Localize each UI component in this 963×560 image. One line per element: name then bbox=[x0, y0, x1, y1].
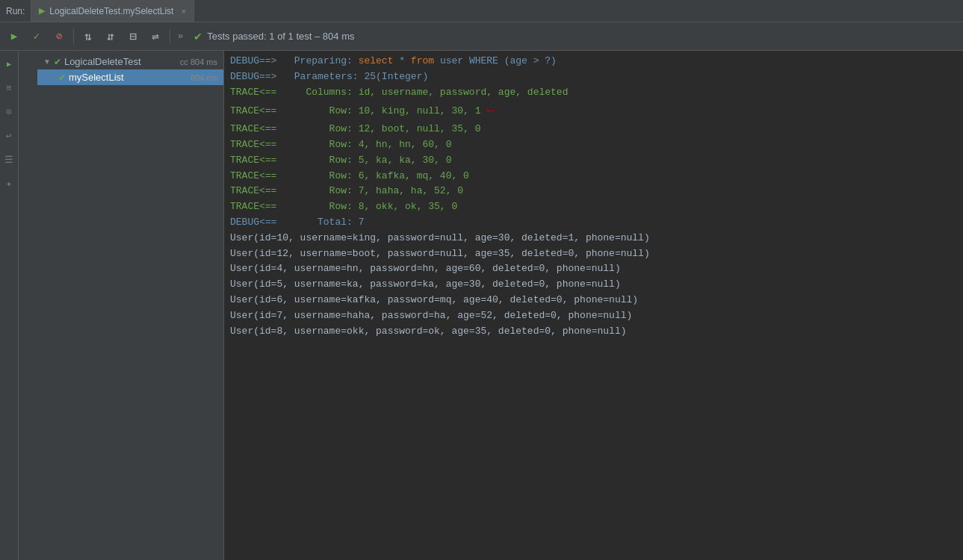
align-button[interactable]: ⊟ bbox=[123, 27, 143, 46]
toolbar-sep-1 bbox=[73, 29, 74, 44]
tree-expand-arrow: ▼ bbox=[43, 57, 51, 66]
tree-check-icon-child: ✔ bbox=[58, 72, 66, 83]
sidebar-icon-eye[interactable]: ⊙ bbox=[1, 105, 16, 119]
console-line-11: DEBUG<== Total: 7 bbox=[230, 215, 957, 231]
console-line-18: User(id=8, username=okk, password=ok, ag… bbox=[230, 324, 957, 340]
check-button[interactable]: ✓ bbox=[27, 27, 46, 46]
sort-asc-button[interactable]: ⇅ bbox=[78, 27, 98, 46]
sidebar-icon-star[interactable]: ✦ bbox=[1, 176, 16, 191]
test-status: ✔ Tests passed: 1 of 1 test – 804 ms bbox=[193, 31, 354, 43]
console-line-10: TRACE<== Row: 8, okk, ok, 35, 0 bbox=[230, 199, 957, 215]
tree-item-meta: cc 804 ms bbox=[180, 57, 217, 66]
red-arrow-annotation: ← bbox=[486, 100, 495, 122]
console-line-12: User(id=10, username=king, password=null… bbox=[230, 231, 957, 246]
tree-item-logicaldeletetest[interactable]: ▼ ✔ LogicalDeleteTest cc 804 ms bbox=[37, 54, 223, 69]
status-check-icon: ✔ bbox=[193, 31, 202, 43]
tab-title: LogicalDeleteTest.mySelectList bbox=[49, 6, 173, 16]
test-sidebar: ▶ ≡ ⊙ ↩ ☰ ✦ ▼ ✔ LogicalDeleteTest cc 804… bbox=[0, 51, 224, 560]
run-label: Run: bbox=[0, 0, 31, 22]
console-line-17: User(id=7, username=haha, password=ha, a… bbox=[230, 308, 957, 324]
console-line-4: TRACE<== Row: 10, king, null, 30, 1← bbox=[230, 100, 957, 122]
align2-button[interactable]: ⇌ bbox=[146, 27, 165, 46]
toolbar: ▶ ✓ ⊘ ⇅ ⇵ ⊟ ⇌ » ✔ Tests passed: 1 of 1 t… bbox=[0, 22, 963, 51]
more-button[interactable]: » bbox=[175, 31, 186, 42]
console-line-8: TRACE<== Row: 6, kafka, mq, 40, 0 bbox=[230, 169, 957, 184]
toolbar-sep-2 bbox=[170, 29, 170, 44]
console-line-16: User(id=6, username=kafka, password=mq, … bbox=[230, 293, 957, 308]
console-line-5: TRACE<== Row: 12, boot, null, 35, 0 bbox=[230, 122, 957, 137]
sidebar-icon-list[interactable]: ≡ bbox=[1, 81, 16, 96]
tree-item-label: LogicalDeleteTest bbox=[64, 56, 141, 67]
tree-child-label: mySelectList bbox=[69, 72, 124, 83]
console-line-15: User(id=5, username=ka, password=ka, age… bbox=[230, 277, 957, 293]
sort-desc-button[interactable]: ⇵ bbox=[101, 27, 120, 46]
sidebar-icon-back[interactable]: ↩ bbox=[1, 128, 16, 143]
console-line-9: TRACE<== Row: 7, haha, ha, 52, 0 bbox=[230, 184, 957, 199]
console-line-6: TRACE<== Row: 4, hn, hn, 60, 0 bbox=[230, 137, 957, 153]
tab-bar: Run: ▶ LogicalDeleteTest.mySelectList × bbox=[0, 0, 963, 22]
console-line-13: User(id=12, username=boot, password=null… bbox=[230, 246, 957, 262]
console-output[interactable]: DEBUG==> Preparing: select * from user W… bbox=[224, 51, 963, 560]
tree-child-meta: 804 ms bbox=[191, 73, 217, 82]
stop-button[interactable]: ⊘ bbox=[49, 27, 69, 46]
test-status-text: Tests passed: 1 of 1 test – 804 ms bbox=[207, 31, 354, 42]
tab-close-icon[interactable]: × bbox=[181, 7, 185, 16]
console-line-7: TRACE<== Row: 5, ka, ka, 30, 0 bbox=[230, 153, 957, 169]
tab-run-icon: ▶ bbox=[39, 6, 45, 16]
tree-check-icon: ✔ bbox=[54, 57, 61, 67]
sidebar-icon-run[interactable]: ▶ bbox=[1, 57, 16, 72]
console-line-3: TRACE<== Columns: id, username, password… bbox=[230, 85, 957, 101]
console-line-14: User(id=4, username=hn, password=hn, age… bbox=[230, 261, 957, 277]
console-line-1: DEBUG==> Preparing: select * from user W… bbox=[230, 54, 957, 69]
active-tab[interactable]: ▶ LogicalDeleteTest.mySelectList × bbox=[31, 0, 194, 22]
play-button[interactable]: ▶ bbox=[4, 27, 24, 46]
sidebar-icon-menu[interactable]: ☰ bbox=[1, 152, 16, 167]
tree-item-myselectlist[interactable]: ✔ mySelectList 804 ms bbox=[37, 69, 223, 85]
console-line-2: DEBUG==> Parameters: 25(Integer) bbox=[230, 69, 957, 85]
main-area: ▶ ≡ ⊙ ↩ ☰ ✦ ▼ ✔ LogicalDeleteTest cc 804… bbox=[0, 51, 963, 560]
